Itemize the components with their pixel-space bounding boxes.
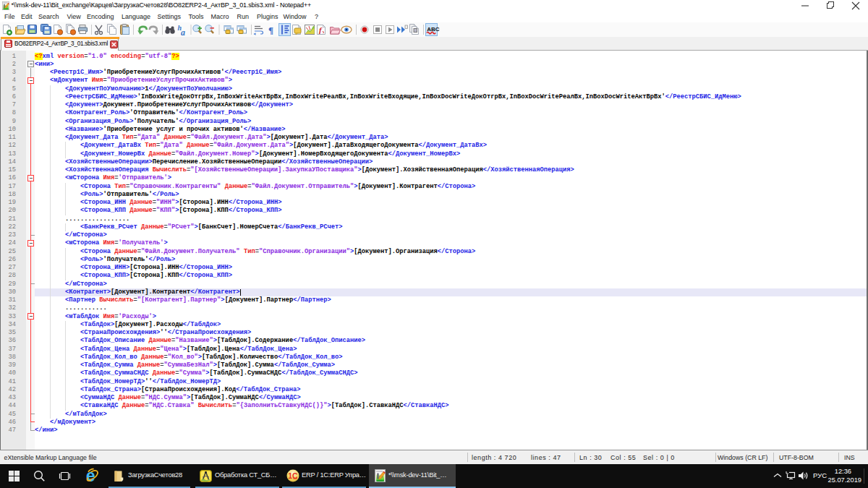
svg-text:¶: ¶	[268, 25, 273, 35]
svg-text:ABC: ABC	[427, 26, 440, 33]
svg-text:a: a	[181, 27, 185, 38]
